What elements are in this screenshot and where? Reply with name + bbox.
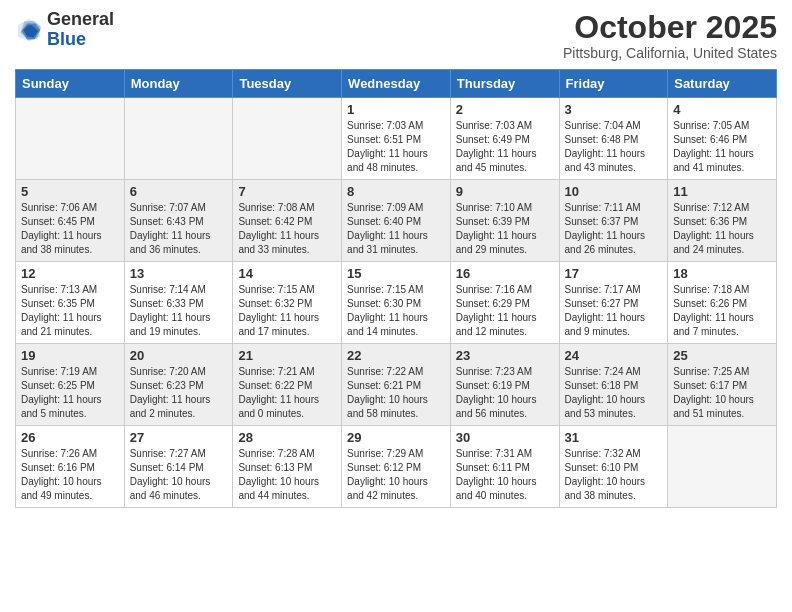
day-number: 23 <box>456 348 554 363</box>
header: General Blue October 2025 Pittsburg, Cal… <box>15 10 777 61</box>
table-row: 30Sunrise: 7:31 AM Sunset: 6:11 PM Dayli… <box>450 426 559 508</box>
day-number: 31 <box>565 430 663 445</box>
table-row: 4Sunrise: 7:05 AM Sunset: 6:46 PM Daylig… <box>668 98 777 180</box>
day-number: 9 <box>456 184 554 199</box>
day-info: Sunrise: 7:22 AM Sunset: 6:21 PM Dayligh… <box>347 366 428 419</box>
table-row: 9Sunrise: 7:10 AM Sunset: 6:39 PM Daylig… <box>450 180 559 262</box>
table-row <box>124 98 233 180</box>
table-row: 24Sunrise: 7:24 AM Sunset: 6:18 PM Dayli… <box>559 344 668 426</box>
day-info: Sunrise: 7:11 AM Sunset: 6:37 PM Dayligh… <box>565 202 646 255</box>
col-saturday: Saturday <box>668 70 777 98</box>
day-number: 15 <box>347 266 445 281</box>
logo-text: General Blue <box>47 10 114 50</box>
logo-blue-text: Blue <box>47 30 114 50</box>
calendar-week-row: 26Sunrise: 7:26 AM Sunset: 6:16 PM Dayli… <box>16 426 777 508</box>
day-number: 1 <box>347 102 445 117</box>
calendar-subtitle: Pittsburg, California, United States <box>563 45 777 61</box>
table-row: 14Sunrise: 7:15 AM Sunset: 6:32 PM Dayli… <box>233 262 342 344</box>
day-info: Sunrise: 7:13 AM Sunset: 6:35 PM Dayligh… <box>21 284 102 337</box>
table-row: 1Sunrise: 7:03 AM Sunset: 6:51 PM Daylig… <box>342 98 451 180</box>
page: General Blue October 2025 Pittsburg, Cal… <box>0 0 792 612</box>
col-sunday: Sunday <box>16 70 125 98</box>
table-row: 27Sunrise: 7:27 AM Sunset: 6:14 PM Dayli… <box>124 426 233 508</box>
day-info: Sunrise: 7:12 AM Sunset: 6:36 PM Dayligh… <box>673 202 754 255</box>
calendar-title: October 2025 <box>563 10 777 45</box>
day-info: Sunrise: 7:09 AM Sunset: 6:40 PM Dayligh… <box>347 202 428 255</box>
day-info: Sunrise: 7:15 AM Sunset: 6:32 PM Dayligh… <box>238 284 319 337</box>
logo-icon <box>15 16 43 44</box>
table-row: 17Sunrise: 7:17 AM Sunset: 6:27 PM Dayli… <box>559 262 668 344</box>
day-number: 29 <box>347 430 445 445</box>
day-info: Sunrise: 7:06 AM Sunset: 6:45 PM Dayligh… <box>21 202 102 255</box>
table-row: 23Sunrise: 7:23 AM Sunset: 6:19 PM Dayli… <box>450 344 559 426</box>
day-info: Sunrise: 7:14 AM Sunset: 6:33 PM Dayligh… <box>130 284 211 337</box>
day-info: Sunrise: 7:17 AM Sunset: 6:27 PM Dayligh… <box>565 284 646 337</box>
table-row: 31Sunrise: 7:32 AM Sunset: 6:10 PM Dayli… <box>559 426 668 508</box>
day-number: 6 <box>130 184 228 199</box>
col-thursday: Thursday <box>450 70 559 98</box>
table-row: 22Sunrise: 7:22 AM Sunset: 6:21 PM Dayli… <box>342 344 451 426</box>
day-info: Sunrise: 7:29 AM Sunset: 6:12 PM Dayligh… <box>347 448 428 501</box>
day-number: 28 <box>238 430 336 445</box>
table-row: 19Sunrise: 7:19 AM Sunset: 6:25 PM Dayli… <box>16 344 125 426</box>
table-row: 18Sunrise: 7:18 AM Sunset: 6:26 PM Dayli… <box>668 262 777 344</box>
day-info: Sunrise: 7:10 AM Sunset: 6:39 PM Dayligh… <box>456 202 537 255</box>
table-row: 6Sunrise: 7:07 AM Sunset: 6:43 PM Daylig… <box>124 180 233 262</box>
day-number: 24 <box>565 348 663 363</box>
day-number: 8 <box>347 184 445 199</box>
day-info: Sunrise: 7:27 AM Sunset: 6:14 PM Dayligh… <box>130 448 211 501</box>
day-number: 26 <box>21 430 119 445</box>
table-row: 16Sunrise: 7:16 AM Sunset: 6:29 PM Dayli… <box>450 262 559 344</box>
day-info: Sunrise: 7:03 AM Sunset: 6:49 PM Dayligh… <box>456 120 537 173</box>
day-info: Sunrise: 7:05 AM Sunset: 6:46 PM Dayligh… <box>673 120 754 173</box>
day-info: Sunrise: 7:18 AM Sunset: 6:26 PM Dayligh… <box>673 284 754 337</box>
day-info: Sunrise: 7:03 AM Sunset: 6:51 PM Dayligh… <box>347 120 428 173</box>
day-number: 25 <box>673 348 771 363</box>
calendar-week-row: 5Sunrise: 7:06 AM Sunset: 6:45 PM Daylig… <box>16 180 777 262</box>
day-number: 5 <box>21 184 119 199</box>
day-info: Sunrise: 7:31 AM Sunset: 6:11 PM Dayligh… <box>456 448 537 501</box>
day-number: 30 <box>456 430 554 445</box>
table-row: 20Sunrise: 7:20 AM Sunset: 6:23 PM Dayli… <box>124 344 233 426</box>
day-number: 21 <box>238 348 336 363</box>
table-row: 21Sunrise: 7:21 AM Sunset: 6:22 PM Dayli… <box>233 344 342 426</box>
day-number: 12 <box>21 266 119 281</box>
day-number: 14 <box>238 266 336 281</box>
col-monday: Monday <box>124 70 233 98</box>
day-number: 13 <box>130 266 228 281</box>
calendar-week-row: 12Sunrise: 7:13 AM Sunset: 6:35 PM Dayli… <box>16 262 777 344</box>
table-row: 8Sunrise: 7:09 AM Sunset: 6:40 PM Daylig… <box>342 180 451 262</box>
table-row: 2Sunrise: 7:03 AM Sunset: 6:49 PM Daylig… <box>450 98 559 180</box>
table-row <box>668 426 777 508</box>
calendar-header-row: Sunday Monday Tuesday Wednesday Thursday… <box>16 70 777 98</box>
logo: General Blue <box>15 10 114 50</box>
calendar-table: Sunday Monday Tuesday Wednesday Thursday… <box>15 69 777 508</box>
day-number: 20 <box>130 348 228 363</box>
day-number: 11 <box>673 184 771 199</box>
day-info: Sunrise: 7:23 AM Sunset: 6:19 PM Dayligh… <box>456 366 537 419</box>
title-block: October 2025 Pittsburg, California, Unit… <box>563 10 777 61</box>
logo-general-text: General <box>47 10 114 30</box>
table-row: 10Sunrise: 7:11 AM Sunset: 6:37 PM Dayli… <box>559 180 668 262</box>
day-info: Sunrise: 7:25 AM Sunset: 6:17 PM Dayligh… <box>673 366 754 419</box>
table-row: 26Sunrise: 7:26 AM Sunset: 6:16 PM Dayli… <box>16 426 125 508</box>
day-number: 17 <box>565 266 663 281</box>
table-row <box>233 98 342 180</box>
day-number: 19 <box>21 348 119 363</box>
table-row: 28Sunrise: 7:28 AM Sunset: 6:13 PM Dayli… <box>233 426 342 508</box>
day-number: 18 <box>673 266 771 281</box>
day-number: 10 <box>565 184 663 199</box>
table-row <box>16 98 125 180</box>
table-row: 5Sunrise: 7:06 AM Sunset: 6:45 PM Daylig… <box>16 180 125 262</box>
table-row: 13Sunrise: 7:14 AM Sunset: 6:33 PM Dayli… <box>124 262 233 344</box>
table-row: 7Sunrise: 7:08 AM Sunset: 6:42 PM Daylig… <box>233 180 342 262</box>
day-info: Sunrise: 7:28 AM Sunset: 6:13 PM Dayligh… <box>238 448 319 501</box>
day-info: Sunrise: 7:20 AM Sunset: 6:23 PM Dayligh… <box>130 366 211 419</box>
table-row: 3Sunrise: 7:04 AM Sunset: 6:48 PM Daylig… <box>559 98 668 180</box>
day-number: 7 <box>238 184 336 199</box>
col-tuesday: Tuesday <box>233 70 342 98</box>
table-row: 15Sunrise: 7:15 AM Sunset: 6:30 PM Dayli… <box>342 262 451 344</box>
day-info: Sunrise: 7:24 AM Sunset: 6:18 PM Dayligh… <box>565 366 646 419</box>
table-row: 29Sunrise: 7:29 AM Sunset: 6:12 PM Dayli… <box>342 426 451 508</box>
day-info: Sunrise: 7:08 AM Sunset: 6:42 PM Dayligh… <box>238 202 319 255</box>
